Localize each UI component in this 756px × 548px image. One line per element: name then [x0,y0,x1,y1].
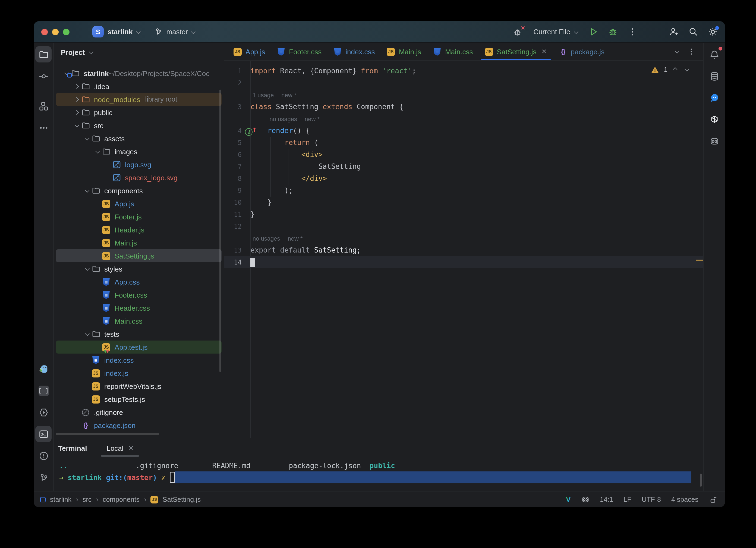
chevron-right-icon[interactable] [74,97,79,102]
prev-problem-icon[interactable] [673,67,678,72]
chevron-down-icon[interactable] [85,188,90,193]
close-icon[interactable]: ✕ [541,48,547,55]
project-tool-icon[interactable] [35,46,52,62]
tree-item-setuptests.js[interactable]: JSsetupTests.js [56,393,222,406]
chevron-right-icon[interactable] [74,84,79,89]
chevron-down-icon[interactable] [85,266,90,271]
code-line-6[interactable]: 6 <div> [224,149,703,161]
hidden-tabs-icon[interactable] [675,49,679,53]
tree-item-node-modules[interactable]: node_moduleslibrary root [56,93,222,106]
tab-satsetting.js[interactable]: JSSatSetting.js✕ [479,43,553,60]
tree-item-.idea[interactable]: .idea [56,80,222,93]
tab-footer.css[interactable]: ≡Footer.css [271,43,327,60]
tab-main.css[interactable]: ≡Main.css [427,43,479,60]
tree-item-index.js[interactable]: JSindex.js [56,367,222,380]
tree-item-package.json[interactable]: {}package.json [56,419,222,432]
tree-item-styles[interactable]: styles [56,262,222,275]
v-plugin-icon[interactable]: V [566,495,571,503]
ai-assistant-icon[interactable] [706,111,723,128]
code-line-1[interactable]: 1import React, {Component} from 'react'; [224,65,703,77]
version-control-tool-icon[interactable] [35,469,52,486]
tree-item-starlink[interactable]: starlink ~/Desktop/Projects/SpaceX/Coc [56,67,222,80]
terminal-tab-local[interactable]: Local✕ [101,438,139,458]
usages-inlay-hint[interactable]: no usagesnew * [270,116,320,122]
chevron-down-icon[interactable] [85,136,90,140]
code-line-12[interactable]: 12 [224,221,703,232]
notifications-bell-icon[interactable] [706,46,723,62]
structure-tool-icon[interactable] [35,98,52,114]
code-with-me-icon[interactable] [667,26,679,38]
zoom-window-button[interactable] [63,29,70,35]
tree-item-index.css[interactable]: ≡index.css [56,354,222,367]
tree-item-app.test.js[interactable]: JSApp.test.js [56,341,222,354]
git-branch-widget[interactable]: master [154,27,194,36]
tab-main.js[interactable]: JSMain.js [381,43,427,60]
run-button[interactable] [587,26,599,38]
tree-item-app.js[interactable]: JSApp.js [56,197,222,210]
tree-item-logo.svg[interactable]: logo.svg [56,158,222,171]
code-line-9[interactable]: 9 ); [224,185,703,197]
chevron-right-icon[interactable] [74,110,79,115]
chevron-down-icon[interactable] [75,123,79,127]
code-line-7[interactable]: 7 SatSetting [224,161,703,173]
usages-inlay-hint[interactable]: 1 usagenew * [253,92,296,98]
usages-inlay-hint[interactable]: no usagesnew * [253,235,303,242]
tree-item-spacex-logo.svg[interactable]: spacex_logo.svg [56,171,222,184]
minimize-window-button[interactable] [52,29,59,35]
breadcrumb-item[interactable]: starlink [50,496,71,503]
terminal-scrollbar[interactable] [700,474,702,487]
tree-item-footer.js[interactable]: JSFooter.js [56,210,222,223]
breadcrumb-item[interactable]: components [103,496,140,503]
line-separator[interactable]: LF [623,496,631,503]
code-line-4[interactable]: 4I↑ render() { [224,125,703,137]
problems-tool-icon[interactable] [35,448,52,464]
tree-item-footer.css[interactable]: ≡Footer.css [56,288,222,301]
settings-gear-icon[interactable] [707,26,719,38]
code-line-5[interactable]: 5 return ( [224,137,703,149]
tree-item-main.css[interactable]: ≡Main.css [56,314,222,327]
chat-tool-icon[interactable] [706,90,723,106]
chevron-down-icon[interactable] [85,331,90,336]
tab-options-icon[interactable] [687,47,696,56]
code-line-13[interactable]: 13export default SatSetting; [224,244,703,256]
lock-icon[interactable] [709,495,717,504]
code-editor[interactable]: 1import React, {Component} from 'react';… [224,61,703,438]
error-stripe-mark[interactable] [696,260,703,261]
terminal-tool-icon[interactable] [35,426,52,442]
project-panel-header[interactable]: Project [54,43,224,61]
close-icon[interactable]: ✕ [128,444,134,452]
code-line-14[interactable]: 14 [224,256,703,268]
project-widget[interactable]: S starlink [92,26,140,37]
plugin-mascot-icon[interactable] [35,361,52,377]
brackets-tool-icon[interactable]: [ ] [35,382,52,399]
chevron-down-icon[interactable] [95,149,100,153]
mute-breakpoints-icon[interactable]: ✕ [512,26,524,38]
tree-item-.gitignore[interactable]: .gitignore [56,406,222,419]
tree-horizontal-scrollbar[interactable] [56,433,159,435]
tree-item-assets[interactable]: assets [56,132,222,145]
tree-item-public[interactable]: public [56,106,222,119]
tree-item-tests[interactable]: tests [56,327,222,341]
code-line-2[interactable]: 2 [224,77,703,89]
commit-tool-icon[interactable] [35,68,52,84]
code-line-10[interactable]: 10 } [224,197,703,209]
copilot-status-icon[interactable] [581,495,590,504]
code-line-3[interactable]: 3class SatSetting extends Component { [224,101,703,113]
copilot-tool-icon[interactable] [706,133,723,149]
indent-config[interactable]: 4 spaces [671,496,698,503]
breadcrumb-file[interactable]: SatSetting.js [163,496,201,503]
close-window-button[interactable] [41,29,48,35]
caret-position[interactable]: 14:1 [600,496,613,503]
tree-vertical-scrollbar[interactable] [219,90,221,372]
run-configuration-select[interactable]: Current File [533,28,577,36]
tree-item-satsetting.js[interactable]: JSSatSetting.js [56,249,222,262]
tree-item-app.css[interactable]: ≡App.css [56,275,222,288]
inspections-widget[interactable]: 1 [651,66,688,73]
database-tool-icon[interactable] [706,68,723,84]
debug-button[interactable] [607,26,619,38]
code-line-8[interactable]: 8 </div> [224,173,703,185]
override-marker-icon[interactable]: I↑ [245,128,253,136]
tab-index.css[interactable]: ≡index.css [327,43,381,60]
breadcrumb-item[interactable]: src [83,496,92,503]
tree-item-main.js[interactable]: JSMain.js [56,236,222,249]
